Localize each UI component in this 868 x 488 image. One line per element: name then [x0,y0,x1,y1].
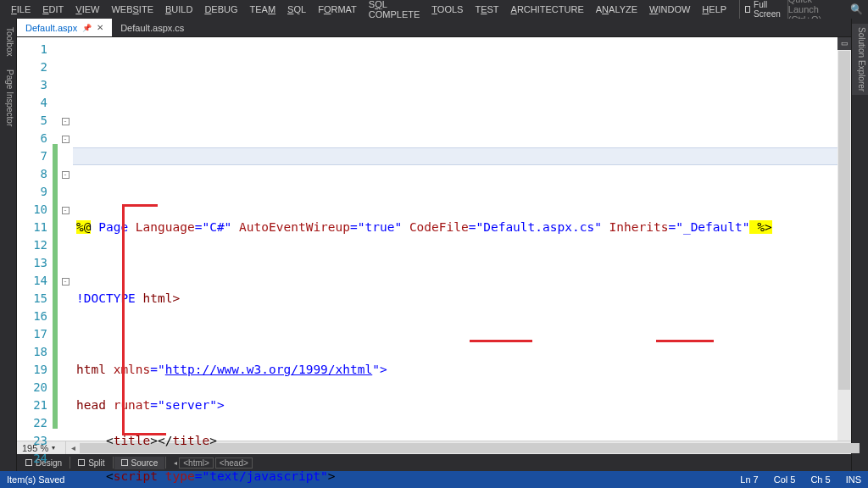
menu-file[interactable]: FILE [5,2,36,17]
page-inspector-tab[interactable]: Page Inspector [0,66,16,130]
annotation-underline-src [656,340,714,342]
solution-explorer-tab[interactable]: Solution Explorer [852,24,868,95]
menu-tools[interactable]: TOOLS [426,2,469,17]
menu-help[interactable]: HELP [696,2,732,17]
menu-website[interactable]: WEBSITE [105,2,159,17]
annotation-bottom [122,433,166,435]
search-icon[interactable]: 🔍 [850,3,863,15]
fullscreen-icon [745,6,750,13]
annotation-underline-img [470,340,532,342]
menu-architecture[interactable]: ARCHITECTURE [505,2,590,17]
line-number-gutter: 123456789101112131415161718192021222324 [17,37,53,441]
annotation-bracket [122,204,125,433]
tab-label: Default.aspx [25,23,77,33]
fullscreen-button[interactable]: Full Screen [739,0,788,20]
menu-debug[interactable]: DEBUG [198,2,243,17]
close-icon[interactable]: ✕ [97,23,103,32]
menu-window[interactable]: WINDOW [643,2,696,17]
current-line-highlight [73,147,837,165]
left-tool-strip: Toolbox Page Inspector [0,19,17,471]
right-tool-strip: Solution Explorer [851,19,868,471]
scrollbar-thumb[interactable] [838,51,850,390]
split-box-icon[interactable]: ▭ [837,37,851,50]
tab-label: Default.aspx.cs [120,23,184,33]
fullscreen-label: Full Screen [754,0,782,19]
code-content[interactable]: %@ Page Language="C#" AutoEventWireup="t… [73,37,837,441]
menu-build[interactable]: BUILD [159,2,198,17]
annotation-top [122,204,158,207]
fold-gutter: - - - - - [58,37,73,441]
vertical-scrollbar[interactable]: ▭ [837,37,851,441]
status-ins: INS [846,474,861,485]
document-tabs: Default.aspx 📌 ✕ Default.aspx.cs [17,19,851,37]
status-message: Item(s) Saved [7,474,64,485]
menu-edit[interactable]: EDIT [36,2,70,17]
menu-test[interactable]: TEST [469,2,504,17]
tab-default-aspx-cs[interactable]: Default.aspx.cs [112,19,192,36]
menu-team[interactable]: TEAM [244,2,282,17]
menubar: FILE EDIT VIEW WEBSITE BUILD DEBUG TEAM … [0,0,868,19]
menu-format[interactable]: FORMAT [312,2,363,17]
code-editor[interactable]: 123456789101112131415161718192021222324 … [17,37,851,441]
tab-default-aspx[interactable]: Default.aspx 📌 ✕ [17,19,112,36]
menu-view[interactable]: VIEW [70,2,105,17]
menu-analyze[interactable]: ANALYZE [590,2,643,17]
toolbox-tab[interactable]: Toolbox [0,24,16,59]
pin-icon[interactable]: 📌 [82,24,92,32]
menu-sql[interactable]: SQL [281,2,312,17]
design-icon [25,459,32,466]
